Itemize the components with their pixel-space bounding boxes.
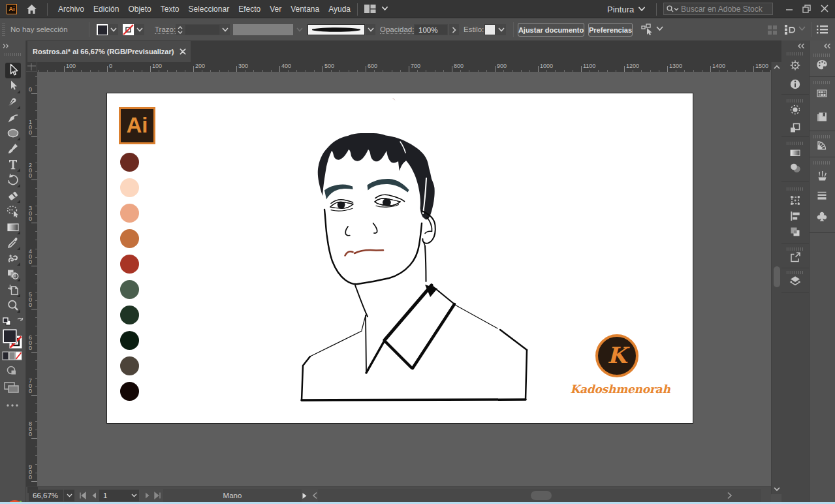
menu-texto[interactable]: Texto <box>161 5 180 14</box>
last-page-icon[interactable] <box>153 492 162 499</box>
ruler-origin-corner[interactable] <box>26 62 37 72</box>
menu-archivo[interactable]: Archivo <box>58 5 84 14</box>
zoom-dropdown[interactable] <box>64 490 74 501</box>
brushes-panel-icon[interactable] <box>815 169 828 182</box>
document-tab[interactable]: Rostros.ai* al 66,67% (RGB/Previsualizar… <box>27 41 191 62</box>
control-panel-menu-icon[interactable] <box>817 25 828 35</box>
panel-group-grip[interactable] <box>787 187 804 191</box>
asset-export-panel-icon[interactable] <box>789 251 802 264</box>
select-similar-dropdown[interactable] <box>656 26 663 31</box>
status-area[interactable]: Mano <box>163 489 302 502</box>
selection-tool-icon[interactable] <box>5 63 21 78</box>
rotate-tool-icon[interactable] <box>5 172 21 188</box>
workspace-layout-icon[interactable] <box>364 5 389 14</box>
minimize-button[interactable] <box>781 0 798 17</box>
horizontal-ruler[interactable]: 1000100200300400500600700800900100011001… <box>37 62 771 72</box>
opacity-label[interactable]: Opacidad: <box>380 25 414 34</box>
zoom-level-field[interactable]: 66,67% <box>29 490 63 501</box>
stroke-color-dropdown[interactable] <box>134 24 144 35</box>
toolbar-grip[interactable] <box>5 53 22 56</box>
control-bar-grip[interactable] <box>2 24 5 36</box>
direct-selection-tool-icon[interactable] <box>5 78 21 94</box>
vertical-scroll-thumb[interactable] <box>774 266 780 287</box>
width-profile-dropdown[interactable] <box>366 24 375 35</box>
transform-panel-icon[interactable] <box>789 121 802 134</box>
pen-tool-icon[interactable] <box>5 94 21 110</box>
vertical-scrollbar[interactable] <box>771 62 781 494</box>
symbols-panel-icon[interactable] <box>815 210 828 223</box>
scroll-down-icon[interactable] <box>772 486 782 492</box>
tab-close-icon[interactable] <box>180 48 186 55</box>
zoom-tool-icon[interactable] <box>5 298 21 313</box>
home-icon[interactable] <box>26 4 37 14</box>
panel-group-grip[interactable] <box>813 161 830 165</box>
swatches-panel-icon[interactable] <box>815 87 828 100</box>
menu-ver[interactable]: Ver <box>270 5 281 14</box>
collapse-dock-icon[interactable] <box>797 43 805 49</box>
horizontal-scrollbar[interactable] <box>318 489 761 502</box>
toolbar-expand-icon[interactable] <box>3 44 10 48</box>
menu-objeto[interactable]: Objeto <box>128 5 151 14</box>
select-similar-icon[interactable] <box>641 24 654 36</box>
opacity-expand-button[interactable] <box>449 24 459 35</box>
menu-edicion[interactable]: Edición <box>93 5 119 14</box>
preferences-button[interactable]: Preferencias <box>588 23 633 37</box>
stroke-weight-label[interactable]: Trazo: <box>155 25 176 34</box>
transparency-panel-icon[interactable] <box>789 161 802 174</box>
ellipse-tool-icon[interactable] <box>5 125 21 141</box>
opacity-field[interactable]: 100% <box>414 24 448 35</box>
eraser-tool-icon[interactable] <box>5 188 21 204</box>
menu-seleccionar[interactable]: Seleccionar <box>188 5 229 14</box>
align-panel-icon[interactable] <box>789 210 802 223</box>
menu-ventana[interactable]: Ventana <box>291 5 319 14</box>
page-number-field[interactable]: 1 <box>99 490 129 501</box>
panel-group-grip[interactable] <box>787 52 804 55</box>
artboard[interactable]: Ai K Kadoshmenorah <box>107 93 693 423</box>
artboard-tool-tool-icon[interactable] <box>5 282 21 298</box>
previous-page-icon[interactable] <box>91 492 97 499</box>
menu-ayuda[interactable]: Ayuda <box>328 5 351 14</box>
first-page-icon[interactable] <box>78 492 87 499</box>
canvas-pasteboard[interactable]: Ai K Kadoshmenorah <box>37 72 771 486</box>
stroke-color-swatch[interactable] <box>123 24 134 35</box>
fit-document-button[interactable]: Ajustar documento <box>518 23 584 37</box>
shape-builder-tool-icon[interactable] <box>5 204 21 219</box>
ship-wheel-panel-icon[interactable] <box>789 59 802 72</box>
horizontal-scroll-thumb[interactable] <box>531 491 552 500</box>
layers-panel-icon[interactable] <box>789 274 802 287</box>
menu-efecto[interactable]: Efecto <box>238 5 260 14</box>
style-dropdown[interactable] <box>496 24 506 35</box>
scroll-right-icon[interactable] <box>727 492 733 499</box>
scroll-left-icon[interactable] <box>312 492 318 499</box>
fill-color-dropdown[interactable] <box>108 24 118 35</box>
adobe-stock-search[interactable]: Buscar en Adobe Stock <box>663 3 773 15</box>
align-to-icon[interactable] <box>784 24 796 35</box>
workspace-switcher[interactable]: Pintura <box>607 5 634 14</box>
type-tool-icon[interactable] <box>5 157 21 172</box>
illustrator-app-icon[interactable]: Ai <box>7 4 17 14</box>
width-profile-field[interactable] <box>307 24 365 35</box>
pathfinder-panel-icon[interactable] <box>789 225 802 238</box>
eyedropper-tool-icon[interactable] <box>5 235 21 251</box>
status-expand-icon[interactable] <box>302 492 307 499</box>
dashed-circle-panel-icon[interactable] <box>789 103 802 116</box>
libraries-panel-icon[interactable] <box>815 110 828 123</box>
vertical-ruler[interactable]: 0100200300400500600700800900 <box>26 72 37 486</box>
close-button[interactable] <box>816 0 833 17</box>
panel-group-grip[interactable] <box>787 142 804 145</box>
restore-button[interactable] <box>798 0 815 17</box>
shaper-shapes-tool-icon[interactable] <box>5 266 21 282</box>
gradient-panel-panel-icon[interactable] <box>789 146 802 159</box>
scroll-up-icon[interactable] <box>772 64 782 71</box>
page-dropdown[interactable] <box>129 490 139 501</box>
paintbrush-tool-icon[interactable] <box>5 141 21 157</box>
symbol-sprayer-tool-icon[interactable] <box>5 251 21 266</box>
stroke-weight-field[interactable] <box>185 24 220 35</box>
color-guide-panel-icon[interactable] <box>815 138 828 151</box>
collapse-dock-icon[interactable] <box>823 43 831 49</box>
gradient-tool-tool-icon[interactable] <box>5 219 21 235</box>
artboards-panel-panel-icon[interactable] <box>789 194 802 207</box>
panel-group-grip[interactable] <box>813 54 830 57</box>
stroke-weight-stepper[interactable] <box>176 24 185 35</box>
color-panel-icon[interactable] <box>815 58 828 71</box>
